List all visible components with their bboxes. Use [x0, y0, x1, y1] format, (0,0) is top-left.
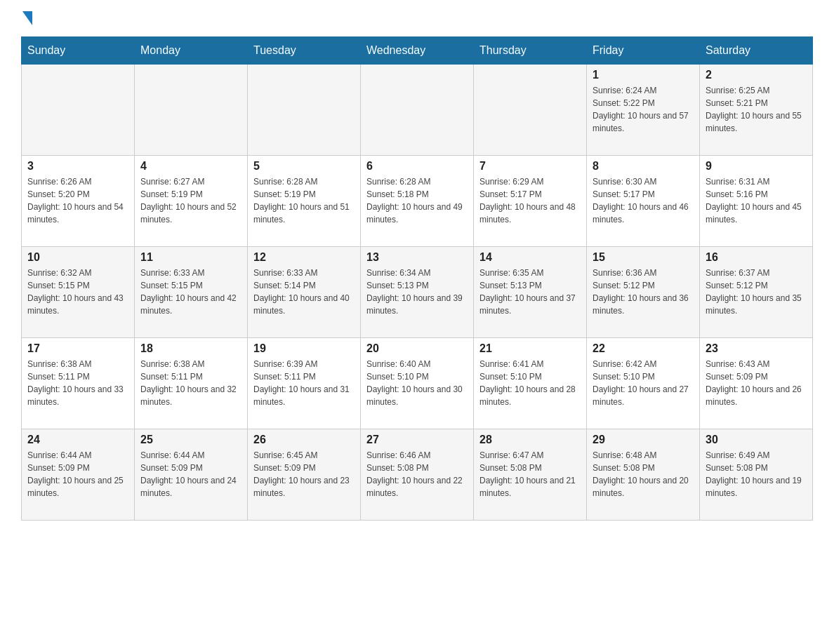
calendar-cell: 11Sunrise: 6:33 AMSunset: 5:15 PMDayligh… — [135, 247, 248, 338]
day-info: Sunrise: 6:48 AMSunset: 5:08 PMDaylight:… — [593, 449, 694, 499]
calendar-week-row: 1Sunrise: 6:24 AMSunset: 5:22 PMDaylight… — [22, 65, 813, 156]
day-number: 28 — [479, 434, 581, 446]
day-info: Sunrise: 6:36 AMSunset: 5:12 PMDaylight:… — [593, 267, 694, 317]
day-info: Sunrise: 6:44 AMSunset: 5:09 PMDaylight:… — [140, 449, 241, 499]
calendar-cell: 10Sunrise: 6:32 AMSunset: 5:15 PMDayligh… — [22, 247, 135, 338]
day-number: 3 — [27, 160, 128, 173]
calendar-week-row: 17Sunrise: 6:38 AMSunset: 5:11 PMDayligh… — [22, 338, 813, 429]
calendar-cell: 18Sunrise: 6:38 AMSunset: 5:11 PMDayligh… — [135, 338, 248, 429]
day-info: Sunrise: 6:39 AMSunset: 5:11 PMDaylight:… — [253, 358, 355, 408]
calendar-cell — [248, 65, 361, 156]
day-number: 19 — [253, 342, 355, 355]
day-number: 23 — [706, 342, 807, 355]
day-number: 24 — [27, 434, 128, 446]
calendar-cell: 19Sunrise: 6:39 AMSunset: 5:11 PMDayligh… — [248, 338, 361, 429]
calendar-cell: 25Sunrise: 6:44 AMSunset: 5:09 PMDayligh… — [135, 429, 248, 521]
day-number: 26 — [253, 434, 355, 446]
day-info: Sunrise: 6:33 AMSunset: 5:15 PMDaylight:… — [140, 267, 241, 317]
day-number: 8 — [593, 160, 694, 173]
day-number: 30 — [706, 434, 807, 446]
calendar-cell: 28Sunrise: 6:47 AMSunset: 5:08 PMDayligh… — [474, 429, 587, 521]
calendar-cell: 7Sunrise: 6:29 AMSunset: 5:17 PMDaylight… — [474, 156, 587, 247]
day-number: 6 — [366, 160, 468, 173]
calendar-cell: 15Sunrise: 6:36 AMSunset: 5:12 PMDayligh… — [587, 247, 700, 338]
day-number: 15 — [593, 251, 694, 264]
calendar-cell: 21Sunrise: 6:41 AMSunset: 5:10 PMDayligh… — [474, 338, 587, 429]
day-info: Sunrise: 6:31 AMSunset: 5:16 PMDaylight:… — [706, 175, 807, 226]
day-info: Sunrise: 6:24 AMSunset: 5:22 PMDaylight:… — [593, 84, 694, 135]
logo-text — [21, 14, 32, 25]
calendar-cell: 16Sunrise: 6:37 AMSunset: 5:12 PMDayligh… — [700, 247, 813, 338]
day-number: 14 — [479, 251, 581, 264]
calendar-cell: 1Sunrise: 6:24 AMSunset: 5:22 PMDaylight… — [587, 65, 700, 156]
day-number: 27 — [366, 434, 468, 446]
calendar-cell: 8Sunrise: 6:30 AMSunset: 5:17 PMDaylight… — [587, 156, 700, 247]
page-header — [21, 14, 813, 22]
weekday-header-monday: Monday — [135, 37, 248, 65]
day-info: Sunrise: 6:41 AMSunset: 5:10 PMDaylight:… — [479, 358, 581, 408]
day-info: Sunrise: 6:40 AMSunset: 5:10 PMDaylight:… — [366, 358, 468, 408]
day-info: Sunrise: 6:33 AMSunset: 5:14 PMDaylight:… — [253, 267, 355, 317]
calendar-cell: 27Sunrise: 6:46 AMSunset: 5:08 PMDayligh… — [361, 429, 474, 521]
day-info: Sunrise: 6:38 AMSunset: 5:11 PMDaylight:… — [27, 358, 128, 408]
calendar-cell: 29Sunrise: 6:48 AMSunset: 5:08 PMDayligh… — [587, 429, 700, 521]
calendar-week-row: 24Sunrise: 6:44 AMSunset: 5:09 PMDayligh… — [22, 429, 813, 521]
day-info: Sunrise: 6:44 AMSunset: 5:09 PMDaylight:… — [27, 449, 128, 499]
day-info: Sunrise: 6:30 AMSunset: 5:17 PMDaylight:… — [593, 175, 694, 226]
logo — [21, 14, 32, 22]
day-info: Sunrise: 6:32 AMSunset: 5:15 PMDaylight:… — [27, 267, 128, 317]
calendar-cell: 23Sunrise: 6:43 AMSunset: 5:09 PMDayligh… — [700, 338, 813, 429]
day-info: Sunrise: 6:49 AMSunset: 5:08 PMDaylight:… — [706, 449, 807, 499]
day-number: 11 — [140, 251, 241, 264]
calendar-cell: 9Sunrise: 6:31 AMSunset: 5:16 PMDaylight… — [700, 156, 813, 247]
day-info: Sunrise: 6:34 AMSunset: 5:13 PMDaylight:… — [366, 267, 468, 317]
day-info: Sunrise: 6:28 AMSunset: 5:18 PMDaylight:… — [366, 175, 468, 226]
weekday-header-friday: Friday — [587, 37, 700, 65]
day-number: 16 — [706, 251, 807, 264]
calendar-week-row: 10Sunrise: 6:32 AMSunset: 5:15 PMDayligh… — [22, 247, 813, 338]
weekday-header-tuesday: Tuesday — [248, 37, 361, 65]
calendar-cell: 12Sunrise: 6:33 AMSunset: 5:14 PMDayligh… — [248, 247, 361, 338]
calendar-cell — [22, 65, 135, 156]
calendar-cell: 3Sunrise: 6:26 AMSunset: 5:20 PMDaylight… — [22, 156, 135, 247]
calendar-cell: 17Sunrise: 6:38 AMSunset: 5:11 PMDayligh… — [22, 338, 135, 429]
day-number: 9 — [706, 160, 807, 173]
calendar-cell — [474, 65, 587, 156]
calendar-cell: 24Sunrise: 6:44 AMSunset: 5:09 PMDayligh… — [22, 429, 135, 521]
day-number: 2 — [706, 69, 807, 81]
day-number: 20 — [366, 342, 468, 355]
day-info: Sunrise: 6:28 AMSunset: 5:19 PMDaylight:… — [253, 175, 355, 226]
weekday-header-thursday: Thursday — [474, 37, 587, 65]
calendar-cell: 20Sunrise: 6:40 AMSunset: 5:10 PMDayligh… — [361, 338, 474, 429]
day-info: Sunrise: 6:29 AMSunset: 5:17 PMDaylight:… — [479, 175, 581, 226]
day-number: 4 — [140, 160, 241, 173]
calendar-cell: 4Sunrise: 6:27 AMSunset: 5:19 PMDaylight… — [135, 156, 248, 247]
day-info: Sunrise: 6:38 AMSunset: 5:11 PMDaylight:… — [140, 358, 241, 408]
day-number: 21 — [479, 342, 581, 355]
calendar-cell: 30Sunrise: 6:49 AMSunset: 5:08 PMDayligh… — [700, 429, 813, 521]
day-info: Sunrise: 6:43 AMSunset: 5:09 PMDaylight:… — [706, 358, 807, 408]
day-info: Sunrise: 6:42 AMSunset: 5:10 PMDaylight:… — [593, 358, 694, 408]
day-number: 22 — [593, 342, 694, 355]
day-info: Sunrise: 6:26 AMSunset: 5:20 PMDaylight:… — [27, 175, 128, 226]
calendar-week-row: 3Sunrise: 6:26 AMSunset: 5:20 PMDaylight… — [22, 156, 813, 247]
day-number: 13 — [366, 251, 468, 264]
day-number: 29 — [593, 434, 694, 446]
weekday-header-sunday: Sunday — [22, 37, 135, 65]
calendar-cell: 14Sunrise: 6:35 AMSunset: 5:13 PMDayligh… — [474, 247, 587, 338]
day-info: Sunrise: 6:27 AMSunset: 5:19 PMDaylight:… — [140, 175, 241, 226]
day-number: 7 — [479, 160, 581, 173]
calendar-cell: 5Sunrise: 6:28 AMSunset: 5:19 PMDaylight… — [248, 156, 361, 247]
calendar-cell: 13Sunrise: 6:34 AMSunset: 5:13 PMDayligh… — [361, 247, 474, 338]
day-info: Sunrise: 6:46 AMSunset: 5:08 PMDaylight:… — [366, 449, 468, 499]
weekday-header-saturday: Saturday — [700, 37, 813, 65]
day-number: 1 — [593, 69, 694, 81]
day-number: 5 — [253, 160, 355, 173]
calendar-cell: 22Sunrise: 6:42 AMSunset: 5:10 PMDayligh… — [587, 338, 700, 429]
calendar-cell: 6Sunrise: 6:28 AMSunset: 5:18 PMDaylight… — [361, 156, 474, 247]
day-number: 18 — [140, 342, 241, 355]
calendar-cell: 26Sunrise: 6:45 AMSunset: 5:09 PMDayligh… — [248, 429, 361, 521]
weekday-header-wednesday: Wednesday — [361, 37, 474, 65]
day-number: 12 — [253, 251, 355, 264]
day-number: 25 — [140, 434, 241, 446]
